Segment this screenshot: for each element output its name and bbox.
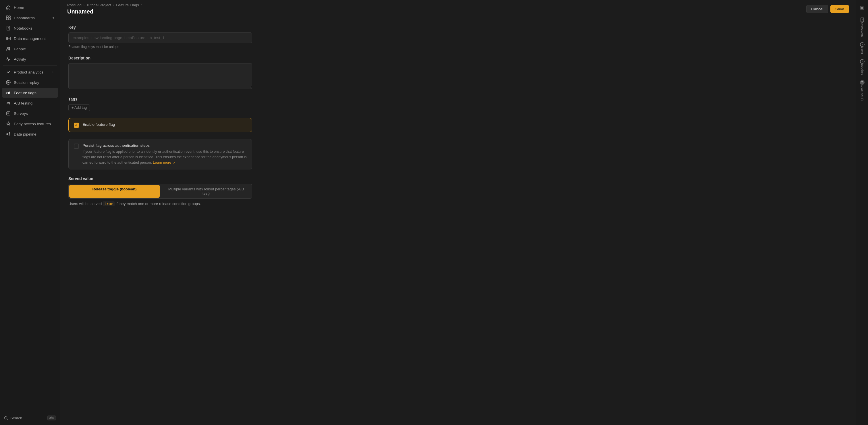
persist-flag-label: Persist flag across authentication steps xyxy=(83,143,247,148)
sidebar-item-ab-testing[interactable]: A/B testing xyxy=(2,98,58,108)
sidebar-item-home[interactable]: Home xyxy=(2,3,58,12)
feature-flags-icon xyxy=(6,90,11,95)
sidebar-item-data-management[interactable]: Data management xyxy=(2,34,58,43)
svg-rect-2 xyxy=(6,18,8,20)
breadcrumb: PostHog › Tutorial Project › Feature Fla… xyxy=(67,3,142,7)
panel-icon: ▣ xyxy=(860,5,864,10)
sidebar-item-surveys[interactable]: Surveys xyxy=(2,108,58,118)
form-content: Key Feature flag keys must be unique Des… xyxy=(60,18,856,425)
tags-area: + Add tag xyxy=(68,104,848,111)
page-header: PostHog › Tutorial Project › Feature Fla… xyxy=(60,0,856,18)
chevron-icon: › xyxy=(83,3,85,7)
data-management-icon xyxy=(6,36,11,41)
sidebar-item-label: Early access features xyxy=(14,122,51,126)
search-bar[interactable]: Search ⌘K xyxy=(0,413,60,423)
svg-point-10 xyxy=(8,93,9,94)
served-value-section: Served value Release toggle (boolean) Mu… xyxy=(68,176,848,206)
sidebar-item-activity[interactable]: Activity xyxy=(2,54,58,64)
served-hint: Users will be served true if they match … xyxy=(68,202,848,206)
sidebar-item-label: Surveys xyxy=(14,111,28,116)
svg-point-6 xyxy=(7,47,9,49)
svg-point-18 xyxy=(860,60,864,63)
svg-rect-0 xyxy=(6,16,8,18)
sidebar-item-label: Data management xyxy=(14,36,46,41)
persist-flag-checkbox[interactable] xyxy=(74,143,79,149)
quick-start-panel-button[interactable]: 2 Quick start xyxy=(857,78,867,103)
quick-start-panel-label: Quick start xyxy=(861,85,864,100)
description-input[interactable] xyxy=(68,63,252,89)
sidebar-item-label: Dashboards xyxy=(14,16,35,20)
enable-flag-card: Enable feature flag xyxy=(68,118,252,132)
add-tag-button[interactable]: + Add tag xyxy=(68,104,90,111)
key-label: Key xyxy=(68,25,848,30)
sidebar-item-label: Session replay xyxy=(14,80,39,85)
search-icon xyxy=(4,416,8,420)
plus-icon[interactable]: + xyxy=(52,69,54,75)
sidebar: Home Dashboards ▾ Notebooks xyxy=(0,0,60,425)
chevron-down-icon: ▾ xyxy=(53,16,54,20)
served-value-label: Served value xyxy=(68,176,848,181)
sidebar-item-people[interactable]: People xyxy=(2,44,58,54)
sidebar-item-feature-flags[interactable]: Feature flags xyxy=(2,88,58,98)
notebook-icon xyxy=(860,18,865,22)
surveys-icon xyxy=(6,111,11,116)
persist-flag-card: Persist flag across authentication steps… xyxy=(68,139,252,169)
svg-point-15 xyxy=(5,416,7,419)
docs-panel-button[interactable]: Docs xyxy=(857,40,867,56)
sidebar-item-label: Notebooks xyxy=(14,26,32,30)
persist-flag-desc: If your feature flag is applied prior to… xyxy=(83,149,247,165)
svg-rect-11 xyxy=(7,112,10,115)
sidebar-item-data-pipeline[interactable]: Data pipeline xyxy=(2,129,58,139)
home-icon xyxy=(6,5,11,10)
sidebar-item-label: People xyxy=(14,47,26,51)
enable-flag-content: Enable feature flag xyxy=(83,122,115,127)
sidebar-item-dashboards[interactable]: Dashboards ▾ xyxy=(2,13,58,23)
svg-point-7 xyxy=(9,47,10,48)
sidebar-item-label: Product analytics xyxy=(14,70,43,74)
description-section: Description xyxy=(68,56,848,90)
info-icon xyxy=(860,42,865,47)
sidebar-item-product-analytics[interactable]: Product analytics + xyxy=(2,67,58,77)
support-panel-button[interactable]: Support xyxy=(857,57,867,77)
persist-flag-section: Persist flag across authentication steps… xyxy=(68,139,848,169)
svg-point-14 xyxy=(9,135,10,136)
served-code: true xyxy=(103,201,115,206)
support-panel-label: Support xyxy=(861,64,864,75)
served-value-tabs: Release toggle (boolean) Multiple varian… xyxy=(68,184,252,199)
breadcrumb-posthog[interactable]: PostHog xyxy=(67,3,82,7)
save-button[interactable]: Save xyxy=(830,5,849,13)
description-label: Description xyxy=(68,56,848,60)
notebooks-panel-label: Notebooks xyxy=(861,22,864,37)
notebooks-panel-button[interactable]: Notebooks xyxy=(857,15,867,39)
quick-start-badge: 2 xyxy=(860,80,865,85)
key-section: Key Feature flag keys must be unique xyxy=(68,25,848,49)
sidebar-item-notebooks[interactable]: Notebooks xyxy=(2,23,58,33)
learn-more-link[interactable]: Learn more ↗ xyxy=(153,161,175,165)
search-label: Search xyxy=(10,416,22,420)
activity-icon xyxy=(6,57,11,62)
persist-flag-content: Persist flag across authentication steps… xyxy=(83,143,247,165)
docs-panel-label: Docs xyxy=(861,47,864,54)
header-left: PostHog › Tutorial Project › Feature Fla… xyxy=(67,3,142,15)
breadcrumb-project[interactable]: Tutorial Project xyxy=(86,3,111,7)
session-replay-icon xyxy=(6,80,11,85)
key-input[interactable] xyxy=(68,32,252,43)
external-link-icon: ↗ xyxy=(173,161,175,164)
sep-icon: / xyxy=(141,3,142,7)
chevron-icon: › xyxy=(113,3,114,7)
tab-ab-test[interactable]: Multiple variants with rollout percentag… xyxy=(161,185,251,198)
panel-icon-button[interactable]: ▣ xyxy=(857,2,867,12)
sidebar-item-label: Activity xyxy=(14,57,26,61)
breadcrumb-feature-flags[interactable]: Feature Flags xyxy=(116,3,139,7)
early-access-icon xyxy=(6,121,11,126)
enable-flag-checkbox[interactable] xyxy=(74,123,79,128)
tab-boolean[interactable]: Release toggle (boolean) xyxy=(69,185,160,198)
search-shortcut: ⌘K xyxy=(48,416,56,420)
cancel-button[interactable]: Cancel xyxy=(806,5,828,13)
sidebar-item-label: A/B testing xyxy=(14,101,32,105)
sidebar-item-session-replay[interactable]: Session replay xyxy=(2,77,58,87)
sidebar-item-early-access[interactable]: Early access features xyxy=(2,119,58,129)
main-content: PostHog › Tutorial Project › Feature Fla… xyxy=(60,0,856,425)
data-pipeline-icon xyxy=(6,132,11,137)
svg-point-13 xyxy=(9,132,10,134)
